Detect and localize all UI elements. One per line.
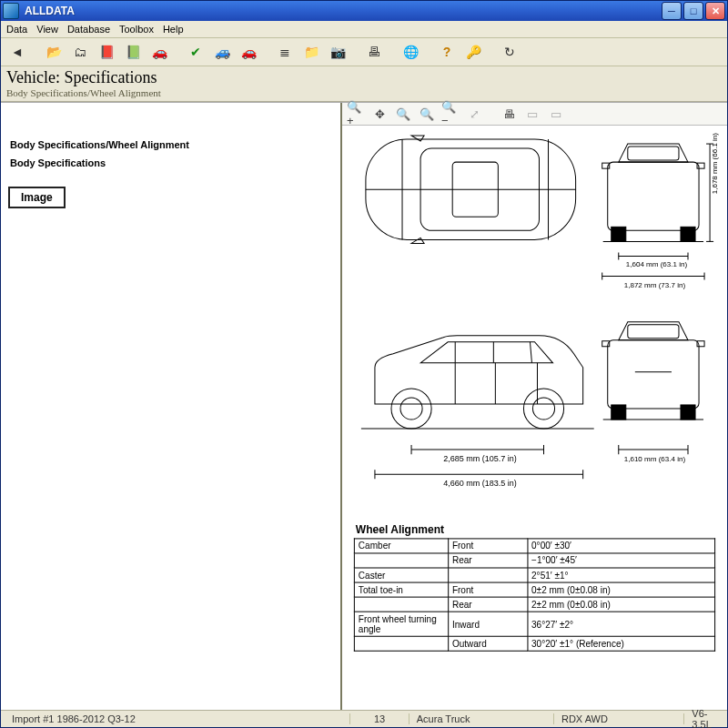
table-row: Rear−1°00′ ±45′: [354, 553, 714, 568]
status-model: RDX AWD: [554, 713, 684, 724]
open-icon[interactable]: 📂: [43, 41, 65, 63]
image-button[interactable]: Image: [8, 187, 66, 208]
svg-point-28: [391, 389, 431, 429]
list-icon[interactable]: ≣: [274, 41, 296, 63]
image-print-icon[interactable]: 🖶: [499, 104, 519, 124]
navigation-pane: Body Specifications/Wheel Alignment Body…: [1, 103, 342, 710]
window-title: ALLDATA: [23, 5, 662, 17]
camera-icon[interactable]: 📷: [327, 41, 349, 63]
print-icon[interactable]: 🖶: [363, 41, 385, 63]
zoom-region-icon[interactable]: 🔍: [393, 104, 413, 124]
zoom-actual-icon[interactable]: 🔍: [417, 104, 437, 124]
svg-rect-6: [608, 162, 699, 230]
vehicle-diagram: 1,678 mm (66.1 in) 1,604 mm (63.1 in) 1,…: [342, 126, 727, 710]
svg-rect-42: [612, 405, 626, 420]
image-toolbar: 🔍+ ✥ 🔍 🔍 🔍− ⤢ 🖶 ▭ ▭: [342, 103, 727, 126]
wheel-alignment-title: Wheel Alignment: [356, 523, 713, 536]
back-button[interactable]: ◄: [6, 41, 28, 63]
app-icon: [3, 3, 19, 19]
dim-wheelbase: 2,685 mm (105.7 in): [443, 454, 517, 463]
folder-icon[interactable]: 📁: [300, 41, 322, 63]
dim-track-f: 1,604 mm (63.1 in): [626, 260, 688, 268]
close-button[interactable]: ✕: [705, 2, 725, 20]
table-row: Rear2±2 mm (0±0.08 in): [354, 597, 714, 612]
dim-width: 1,610 mm (63.4 in): [624, 455, 686, 463]
svg-rect-40: [628, 325, 679, 339]
nav-heading-1: Body Specifications/Wheel Alignment: [10, 139, 331, 150]
globe-icon[interactable]: 🌐: [399, 41, 421, 63]
page-title: Vehicle: Specifications: [6, 68, 722, 87]
table-row: CamberFront0°00′ ±30′: [354, 539, 714, 553]
table-row: Caster2°51′ ±1°: [354, 568, 714, 582]
app-window: ALLDATA ─ □ ✕ Data View Database Toolbox…: [0, 0, 728, 728]
svg-line-24: [531, 342, 532, 363]
multi-page-icon[interactable]: ▭: [546, 104, 566, 124]
svg-rect-9: [612, 227, 626, 241]
image-pane: 🔍+ ✥ 🔍 🔍 🔍− ⤢ 🖶 ▭ ▭: [342, 103, 727, 710]
zoom-in-icon[interactable]: 🔍+: [346, 104, 366, 124]
main-toolbar: ◄ 📂 🗂 📕 📗 🚗 ✔ 🚙 🚗 ≣ 📁 📷 🖶 🌐 ? 🔑 ↻: [1, 38, 727, 66]
svg-point-30: [523, 389, 563, 429]
page-setup-icon[interactable]: ▭: [522, 104, 542, 124]
table-row: Total toe-inFront0±2 mm (0±0.08 in): [354, 582, 714, 597]
pan-icon[interactable]: ✥: [369, 104, 389, 124]
status-engine: V6-3.5L: [684, 708, 723, 728]
menu-data[interactable]: Data: [6, 24, 27, 35]
help-icon[interactable]: ?: [436, 41, 458, 63]
vehicle-icon[interactable]: 🚗: [148, 41, 170, 63]
wheel-alignment-table: CamberFront0°00′ ±30′ Rear−1°00′ ±45′ Ca…: [354, 538, 715, 651]
menu-view[interactable]: View: [36, 24, 58, 35]
nav-heading-2: Body Specifications: [10, 157, 331, 168]
key-icon[interactable]: 🔑: [462, 41, 484, 63]
table-row: Outward30°20′ ±1° (Reference): [354, 636, 714, 651]
svg-point-29: [400, 398, 422, 420]
zoom-out-icon[interactable]: 🔍−: [440, 104, 460, 124]
car-blue-icon[interactable]: 🚙: [211, 41, 233, 63]
status-import: Import #1 1986-2012 Q3-12: [5, 713, 350, 724]
status-year: 13: [350, 713, 409, 724]
svg-rect-7: [628, 147, 679, 160]
menu-toolbox[interactable]: Toolbox: [119, 24, 154, 35]
refresh-icon[interactable]: ↻: [499, 41, 521, 63]
menu-bar: Data View Database Toolbox Help: [1, 21, 727, 38]
vehicle-header: Vehicle: Specifications Body Specificati…: [1, 66, 727, 102]
zoom-reset-icon[interactable]: ⤢: [464, 104, 484, 124]
dim-track-r: 1,872 mm (73.7 in): [624, 281, 686, 289]
status-bar: Import #1 1986-2012 Q3-12 13 Acura Truck…: [1, 710, 727, 727]
minimize-button[interactable]: ─: [662, 2, 682, 20]
car-red-icon[interactable]: 🚗: [238, 41, 259, 63]
menu-help[interactable]: Help: [163, 24, 184, 35]
library-icon[interactable]: 🗂: [69, 41, 91, 63]
title-bar: ALLDATA ─ □ ✕: [1, 1, 727, 21]
breadcrumb: Body Specifications/Wheel Alignment: [6, 87, 722, 98]
table-row: Front wheel turning angleInward36°27′ ±2…: [354, 612, 714, 636]
check-icon[interactable]: ✔: [185, 41, 207, 63]
status-make: Acura Truck: [410, 713, 554, 724]
svg-rect-43: [681, 405, 695, 420]
book-green-icon[interactable]: 📗: [122, 41, 144, 63]
workspace: Body Specifications/Wheel Alignment Body…: [1, 102, 727, 710]
svg-rect-10: [681, 227, 695, 241]
book-red-icon[interactable]: 📕: [96, 41, 117, 63]
svg-rect-39: [608, 340, 699, 409]
window-buttons: ─ □ ✕: [662, 2, 725, 20]
maximize-button[interactable]: □: [683, 2, 703, 20]
menu-database[interactable]: Database: [67, 24, 110, 35]
dim-height: 1,678 mm (66.1 in): [711, 133, 719, 195]
dim-length: 4,660 mm (183.5 in): [443, 479, 517, 488]
svg-point-31: [533, 398, 555, 420]
